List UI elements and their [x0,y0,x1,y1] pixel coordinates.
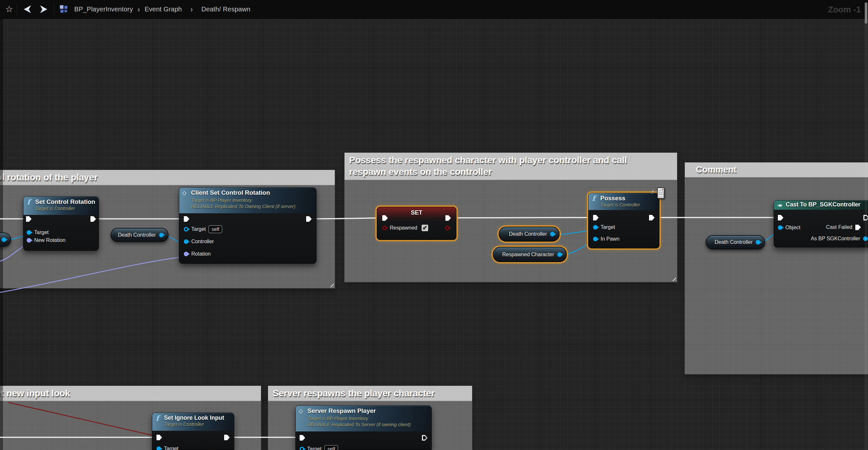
exec-out-pin[interactable] [90,216,96,222]
node-subtitle: Target is BP Player Inventory [191,197,312,203]
node-title: Possess [600,195,655,202]
respawned-out-pin[interactable] [445,226,450,230]
object-pin[interactable] [778,225,782,230]
object-pin[interactable] [557,252,562,257]
node-subtitle2: RELIABLE Replicated To Owning Client (if… [191,203,312,210]
comment-title: Possess the respawned character with pla… [349,155,627,177]
breadcrumb-blueprint[interactable]: BP_PlayerInventory [74,5,133,13]
target-pin[interactable] [27,230,31,235]
respawned-bool-pin[interactable] [382,226,387,230]
breadcrumb-death-respawn[interactable]: Death/ Respawn [202,5,250,13]
exec-in-pin[interactable] [26,216,32,222]
pin-label: Target [191,226,206,232]
exec-in-pin[interactable] [156,435,162,440]
comment-header[interactable]: ol rotation of the player [0,170,335,185]
target-self-pin[interactable] [300,447,304,450]
exec-out-pin[interactable] [224,435,230,440]
variable-get-death-controller-3[interactable]: Death Controller [706,235,765,249]
node-subtitle: Target is Controller [600,202,655,208]
zoom-level-label: Zoom -1 [828,5,861,15]
object-pin[interactable] [2,237,6,242]
comment-header[interactable]: Comment [685,163,868,177]
variable-label: Death Controller [509,231,547,237]
rotation-pin[interactable] [184,252,188,256]
server-only-icon: ⚡ [651,187,664,201]
event-diamond-icon: ◇ [182,190,186,196]
scrollbar-track[interactable] [865,19,867,450]
variable-get-death-controller-1[interactable]: Death Controller [111,228,168,242]
pin-label: Controller [191,239,214,245]
comment-header[interactable]: Server respawns the player character [268,386,472,401]
node-header: f Set Control Rotation Target is Control… [24,197,99,215]
function-icon: f [156,414,159,422]
node-title: Server Respawn Player [307,407,428,415]
exec-out-pin[interactable] [422,435,428,441]
variable-get-respawned-character[interactable]: Respawned Character [493,247,567,262]
node-title: SET [377,209,456,216]
node-client-set-control-rotation[interactable]: ◇ Client Set Control Rotation Target is … [179,187,316,264]
comment-header[interactable]: et new input look [0,386,261,401]
variable-label: Death Controller [118,232,156,238]
node-subtitle2: RELIABLE Replicated To Server (if owning… [307,422,428,428]
exec-in-pin[interactable] [184,216,189,222]
function-icon: f [592,194,595,202]
scrollbar-thumb[interactable] [865,3,867,23]
comment-title: Server respawns the player character [273,388,435,398]
new-rotation-pin[interactable] [27,238,31,243]
cast-icon: ↠ [777,202,782,209]
pin-label: New Rotation [34,237,65,243]
chevron-right-icon: › [190,5,193,13]
comment-box-plain[interactable]: Comment [684,162,868,374]
pin-label: As BP SGKController [811,236,860,242]
comment-resize-grip[interactable] [328,282,334,287]
node-title: Set Ignore Look Input [164,415,230,421]
function-icon: f [27,198,30,206]
node-set-respawned[interactable]: SET Respawned [377,207,457,240]
variable-label: Death Controller [715,239,753,245]
target-self-pin[interactable] [184,227,188,231]
forward-arrow-button[interactable] [40,5,48,14]
pin-label: Rotation [191,251,211,257]
node-cast-to-bp-sgkcontroller[interactable]: ↠ Cast To BP_SGKController Object Cast F… [774,200,868,248]
target-pin[interactable] [593,225,598,230]
target-pin[interactable] [156,446,161,450]
comment-resize-grip[interactable] [671,276,676,281]
comment-header[interactable]: Possess the respawned character with pla… [344,153,677,180]
node-server-respawn-player[interactable]: ◇ Server Respawn Player Target is BP Pla… [296,405,432,450]
exec-out-pin[interactable] [649,215,655,220]
self-value-box[interactable]: self [209,225,222,233]
node-set-ignore-look-input[interactable]: f Set Ignore Look Input Target is Contro… [152,413,234,450]
node-header: f Set Ignore Look Input Target is Contro… [152,413,234,431]
respawned-checkbox[interactable] [422,225,428,231]
breadcrumb-event-graph[interactable]: Event Graph [145,5,182,13]
node-set-control-rotation[interactable]: f Set Control Rotation Target is Control… [23,196,99,251]
node-header: SET [377,207,456,222]
comment-title: et new input look [0,388,70,398]
in-pawn-pin[interactable] [593,237,598,241]
exec-in-pin[interactable] [778,215,783,220]
self-value-box[interactable]: self [324,445,338,450]
pin-label: Target [600,224,615,230]
node-header: ↠ Cast To BP_SGKController [774,201,868,210]
object-pin[interactable] [159,233,164,237]
node-possess[interactable]: ⚡ f Possess Target is Controller Target … [588,193,659,248]
chevron-right-icon: › [137,5,140,13]
breadcrumb-bar: ☆ BP_PlayerInventory › Event Graph › Dea… [0,0,868,19]
node-title: Set Control Rotation [35,198,95,205]
comment-title: Comment [696,165,737,174]
back-arrow-button[interactable] [23,5,31,14]
variable-get-death-controller-2[interactable]: Death Controller [499,227,560,242]
cast-failed-exec-pin[interactable] [855,225,861,230]
node-subtitle: Target is BP Player Inventory [307,416,428,422]
separator [54,2,54,17]
exec-in-pin[interactable] [300,435,305,441]
exec-in-pin[interactable] [593,215,599,220]
object-pin[interactable] [756,240,760,245]
comment-title: ol rotation of the player [0,172,98,182]
controller-pin[interactable] [184,239,188,244]
pin-label: Target [307,446,321,450]
favorite-star-icon[interactable]: ☆ [5,5,13,14]
object-pin[interactable] [550,232,555,236]
server-tower-icon [657,188,664,199]
exec-out-pin[interactable] [306,216,312,222]
